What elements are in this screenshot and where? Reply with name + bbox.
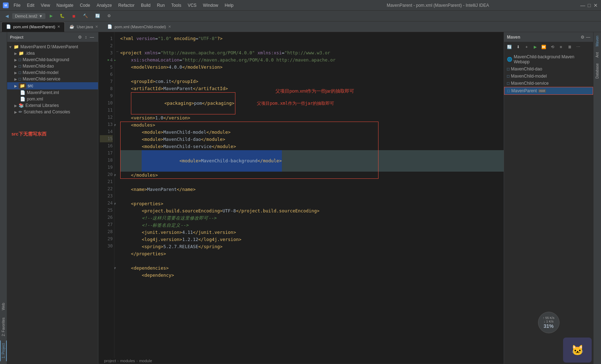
tree-item-maven-parent[interactable]: ▼ 📁 MavenParent D:\MavenParent [7,44,98,50]
menu-build[interactable]: Build [138,2,153,9]
project-minimize-icon[interactable]: — [89,34,95,40]
maximize-button[interactable]: □ [587,3,592,8]
tree-item-iml[interactable]: 📄 MavenParent.iml [7,89,98,96]
tab-pom-maven-child[interactable]: 📄 pom.xml (MavenChild-model) ✕ [103,22,176,32]
breadcrumb-sep-1: › [117,359,119,363]
tree-item-src[interactable]: ▶ 📁 src [7,82,98,89]
run-button[interactable]: ▶ [47,13,55,19]
b15a: < [180,158,182,163]
menu-vcs[interactable]: VCS [185,2,200,9]
project-settings-icon[interactable]: ⚙ [77,34,83,40]
fold-btn-20[interactable]: ▼ [114,200,116,207]
maven-add-btn[interactable]: + [523,43,531,51]
tab-close-child[interactable]: ✕ [168,25,171,29]
run-gutter-icon[interactable]: ▶ [114,56,116,64]
debug-button[interactable]: 🐛 [57,13,68,19]
code-line-24: <junit.version>4.11</junit.version> [120,229,504,236]
menu-view[interactable]: View [38,2,53,9]
indent-23 [120,222,142,229]
tab-user-java[interactable]: ☕ User.java ✕ [65,22,103,32]
tab-pom-maven-parent[interactable]: 📄 pom.xml (MavenParent) ✕ [1,22,65,32]
tab-close-user[interactable]: ✕ [95,25,98,29]
maven-download-btn[interactable]: ⬇ [514,43,522,51]
maven-panel: Maven ⚙ — 🔄 ⬇ + ▶ ⏩ ⟲ ≡ ≣ ⋯ 🌐 MavenChild… [504,32,593,364]
breadcrumb-project[interactable]: project [104,359,116,363]
back-button[interactable]: ◀ [3,12,11,20]
vert-tab-favorites[interactable]: 2: Favorites [1,315,6,339]
b10d: > [187,114,190,122]
maven-more-btn[interactable]: ⋯ [574,43,582,51]
tree-item-child-service[interactable]: ▶ □ MavenChild-service [7,76,98,82]
tree-item-child-bg[interactable]: ▶ □ MavenChild-background [7,56,98,63]
code-line-30: <dependency> [120,272,504,279]
maven-item-parent[interactable]: □ MavenParent root [504,87,593,95]
settings-button[interactable]: ⚙ [104,13,114,19]
tree-item-child-dao[interactable]: ▶ □ MavenChild-dao [7,63,98,69]
build-button[interactable]: 🔨 [80,13,91,19]
tree-item-idea[interactable]: ▶ 📁 .idea [7,50,98,56]
fold-btn-29[interactable]: ▼ [114,265,116,272]
maven-run-btn[interactable]: ▶ [531,43,539,51]
menu-code[interactable]: Code [77,2,93,9]
tree-item-pom-xml[interactable]: 📄 pom.xml [7,96,98,102]
maven-webapp-icon: 🌐 [507,57,512,62]
menu-tools[interactable]: Tools [168,2,184,9]
indent-29 [120,265,131,272]
menu-window[interactable]: Window [200,2,221,9]
sync-button[interactable]: 🔄 [92,13,103,19]
side-tab-database[interactable]: Database [595,61,600,81]
maven-lifecycle-btn[interactable]: ≡ [557,43,565,51]
vert-tab-web[interactable]: Web [1,300,6,313]
breadcrumb-module[interactable]: module [139,359,152,363]
b8d: > [225,85,228,92]
xml-eq-1: = [155,35,158,42]
maven-plugin-btn[interactable]: ≣ [566,43,573,51]
tree-item-ext-libs[interactable]: ▶ 📚 External Libraries [7,102,98,109]
menu-edit[interactable]: Edit [24,2,37,9]
maven-item-bg[interactable]: 🌐 MavenChild-background Maven Webapp [504,53,593,65]
code-line-14: <module>MavenChild-service</module> [120,143,504,150]
b15c: </ [258,158,263,163]
side-tab-maven[interactable]: Maven [595,34,600,49]
b21d: > [317,207,319,215]
maven-skip-btn[interactable]: ⏩ [540,43,548,51]
b7c: </ [171,78,177,85]
breadcrumb-modules[interactable]: modules [120,359,135,363]
maven-toggle-btn[interactable]: ⟲ [548,43,556,51]
project-panel-actions: ⚙ ↕ — [77,34,95,40]
tree-item-scratches[interactable]: ▶ ✏ Scratches and Consoles [7,109,98,115]
vert-tab-project[interactable]: 1: Project [0,340,7,361]
maven-settings-icon[interactable]: ⚙ [581,35,585,40]
fold-btn-11[interactable]: ▼ [114,122,116,129]
side-tab-ant[interactable]: Ant [595,50,600,60]
stop-button[interactable]: ⏹ [69,13,79,19]
menu-navigate[interactable]: Navigate [54,2,76,9]
menu-refactor[interactable]: Refactor [116,2,137,9]
tab-close-pom[interactable]: ✕ [57,25,60,29]
run-config-selector[interactable]: Demo1.test2 ▼ [12,13,45,19]
maven-reload-btn[interactable]: 🔄 [505,43,513,51]
b15b: > [198,158,201,163]
maven-label-parent: MavenParent [511,88,537,93]
maven-item-model[interactable]: □ MavenChild-model [504,73,593,80]
maven-item-service[interactable]: □ MavenChild-service [504,80,593,87]
code-editor[interactable]: — <?xml version = "1.0" encoding = "UTF-… [114,32,504,358]
tree-item-child-model[interactable]: ▶ □ MavenChild-model [7,69,98,76]
project-panel: Project ⚙ ↕ — ▼ 📁 MavenParent D:\MavenPa… [7,32,98,364]
iml-file-icon: 📄 [20,90,25,95]
maven-item-dao[interactable]: □ MavenChild-dao [504,65,593,73]
editor-content[interactable]: 123▶4 5678 9101112 13141516 17181920 212… [98,32,504,358]
maven-minimize-icon[interactable]: — [586,35,590,40]
menu-analyze[interactable]: Analyze [94,2,115,9]
project-expand-icon[interactable]: ↕ [84,34,88,40]
menu-help[interactable]: Help [222,2,236,9]
close-button[interactable]: ✕ [593,3,598,8]
b20a: < [131,200,134,207]
b12c: </ [206,129,212,136]
title-bar: M File Edit View Navigate Code Analyze R… [0,0,601,11]
menu-file[interactable]: File [11,2,23,9]
fold-btn-16[interactable]: ▼ [114,172,116,179]
fold-btn-3[interactable]: — [114,48,120,55]
menu-run[interactable]: Run [154,2,168,9]
minimize-button[interactable]: — [580,3,585,8]
